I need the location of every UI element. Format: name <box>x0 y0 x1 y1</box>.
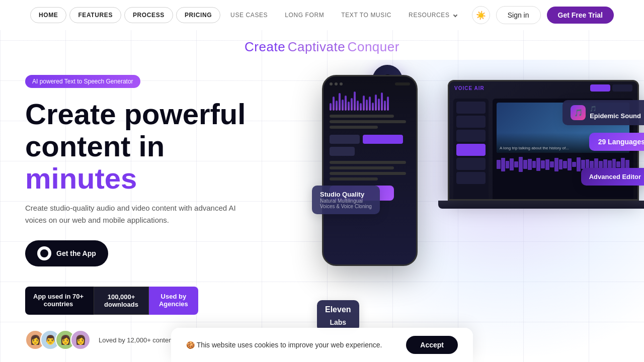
sign-in-btn[interactable]: Sign in <box>496 6 541 24</box>
text-to-music-nav-link[interactable]: TEXT TO MUSIC <box>334 8 398 23</box>
studio-quality-label: Studio Quality <box>320 191 372 198</box>
cookie-text: 🍪 This website uses cookies to improve y… <box>186 341 396 349</box>
avatars-group: 👩 👨 👩 👩 <box>25 330 86 350</box>
hero-text: AI powered Text to Speech Generator Crea… <box>0 60 262 350</box>
tagline-captivate: Captivate <box>288 39 346 54</box>
stats-row: App used in 70+ countries 100,000+ downl… <box>25 287 262 315</box>
free-trial-btn[interactable]: Get Free Trial <box>547 7 614 24</box>
nav-right: ☀️ Sign in Get Free Trial <box>472 6 614 24</box>
cookie-banner: 🍪 This website uses cookies to improve y… <box>171 328 473 362</box>
tagline-row: Create Captivate Conquer <box>0 30 644 60</box>
navbar: HOME FEATURES PROCESS PRICING USE CASES … <box>0 0 644 30</box>
long-form-nav-link[interactable]: LONG FORM <box>278 8 331 23</box>
advanced-editor-label: Advanced Editor <box>589 173 641 180</box>
resources-chevron-icon <box>453 13 457 17</box>
hero-title-line1: Create powerful <box>25 98 246 130</box>
tagline-create: Create <box>245 39 285 54</box>
phone-wave-bars <box>330 90 410 111</box>
home-nav-btn[interactable]: HOME <box>30 7 66 23</box>
laptop-img-text: A long trip talking about the history of… <box>500 146 569 151</box>
phone-mockup <box>322 75 418 266</box>
tagline-conquer: Conquer <box>348 39 399 54</box>
main-content: AI powered Text to Speech Generator Crea… <box>0 60 644 356</box>
studio-quality-badge: Studio Quality Natural Multilingual Voic… <box>312 186 380 214</box>
resources-nav-link[interactable]: RESOURCES <box>401 8 463 23</box>
laptop-base <box>438 201 644 209</box>
theme-toggle-btn[interactable]: ☀️ <box>472 6 490 24</box>
app-icon <box>37 246 51 260</box>
get-app-label: Get the App <box>56 249 96 257</box>
cookie-accept-btn[interactable]: Accept <box>406 336 458 354</box>
process-nav-btn[interactable]: PROCESS <box>124 7 173 23</box>
get-app-btn[interactable]: Get the App <box>25 240 108 266</box>
app-icon-inner <box>40 249 48 257</box>
pricing-nav-btn[interactable]: PRICING <box>176 7 220 23</box>
stat-agencies: Used by Agencies <box>149 287 198 315</box>
studio-quality-sub: Natural Multilingual Voices & Voice Clon… <box>320 198 372 209</box>
ai-badge-text: AI powered Text to Speech Generator <box>32 78 133 85</box>
nav-left: HOME FEATURES PROCESS PRICING USE CASES … <box>30 7 464 23</box>
advanced-editor-badge: Advanced Editor <box>581 168 644 186</box>
stat-countries: App used in 70+ countries <box>25 287 94 315</box>
hero-title-minutes: minutes <box>25 162 137 195</box>
eleven-labs-badge: Eleven Labs <box>317 300 359 331</box>
languages-label: 29 Languages <box>598 138 644 146</box>
epidemic-sound-badge: 🎵 🎵 Epidemic Sound <box>562 100 644 125</box>
hero-title: Create powerful content in minutes <box>25 98 262 194</box>
laptop-sidebar <box>453 99 489 201</box>
hero-description: Create studio-quality audio and video co… <box>25 202 236 226</box>
eleven-labs-line1: Eleven <box>325 305 351 314</box>
ai-badge: AI powered Text to Speech Generator <box>25 75 140 88</box>
features-nav-btn[interactable]: FEATURES <box>69 7 121 23</box>
epidemic-sound-label: Epidemic Sound <box>590 112 641 120</box>
phone-screen <box>324 76 416 264</box>
epidemic-icon: 🎵 <box>571 105 586 120</box>
hero-title-line2: content in <box>25 130 165 162</box>
stat-downloads: 100,000+ downloads <box>94 287 149 315</box>
use-cases-nav-link[interactable]: USE CASES <box>223 8 275 23</box>
hero-visual: 💬 <box>242 60 644 356</box>
voice-air-label: VOICE AIR <box>454 85 485 91</box>
languages-badge: 29 Languages <box>589 133 644 151</box>
eleven-labs-line2: Labs <box>330 318 346 326</box>
avatar-4: 👩 <box>70 330 91 350</box>
